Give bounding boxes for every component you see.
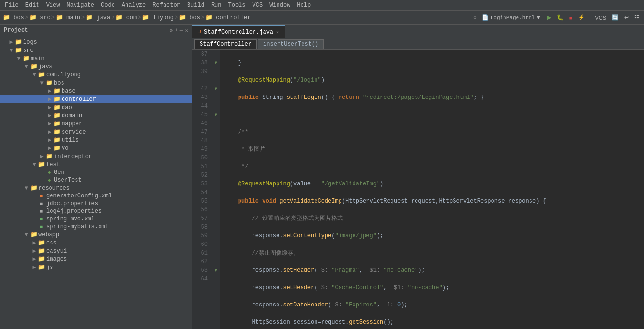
build-button[interactable]: ⚡	[576, 13, 587, 22]
undo-button[interactable]: ↩	[622, 13, 631, 22]
gutter-64	[212, 275, 220, 283]
menu-refactor[interactable]: Refactor	[150, 1, 183, 10]
menu-vcs[interactable]: VCS	[250, 1, 266, 10]
arrow-utils: ▶	[46, 136, 53, 144]
menubar: File Edit View Navigate Code Analyze Ref…	[0, 0, 644, 11]
menu-run[interactable]: Run	[208, 1, 225, 10]
stop-button[interactable]: ■	[568, 14, 575, 22]
menu-code[interactable]: Code	[98, 1, 118, 10]
gutter-44	[212, 102, 220, 110]
tab-staffcontroller[interactable]: J StaffController.java ✕	[192, 25, 285, 38]
tree-item-dao[interactable]: ▶ 📁 dao	[0, 103, 192, 111]
tree-item-controller[interactable]: ▶ 📁 controller	[0, 95, 192, 103]
method-tab-staffcontroller[interactable]: StaffController	[194, 39, 257, 49]
tree-item-src[interactable]: ▼ 📁 src	[0, 46, 192, 54]
vcs-btn1[interactable]: VCS	[593, 14, 608, 22]
sidebar-icon-settings[interactable]: ⚙	[170, 27, 173, 34]
sidebar-title: Project	[4, 27, 28, 34]
tree-label-controller: controller	[61, 96, 96, 103]
tree-item-resources[interactable]: ▼ 📁 resources	[0, 184, 192, 192]
gutter-61	[212, 249, 220, 257]
tree-item-logs[interactable]: ▶ 📁 logs	[0, 38, 192, 46]
arrow-domain: ▶	[46, 112, 53, 119]
sidebar-icon-expand[interactable]: +	[175, 27, 178, 33]
arrow-base: ▶	[46, 87, 53, 95]
gutter-60	[212, 240, 220, 249]
tree-item-main[interactable]: ▼ 📁 main	[0, 54, 192, 62]
sidebar-icon-close[interactable]: ✕	[185, 27, 188, 34]
folder-icon-service: 📁	[53, 128, 61, 135]
tree-item-vo[interactable]: ▶ 📁 vo	[0, 144, 192, 152]
tree-item-java[interactable]: ▼ 📁 java	[0, 62, 192, 71]
tree-item-mapper[interactable]: ▶ 📁 mapper	[0, 120, 192, 128]
toolbar-right: ⚙ 📄 LoginPage.html ▼ ▶ 🐛 ■ ⚡ VCS 🔄 ↩ ☷	[474, 13, 641, 22]
file-selector[interactable]: 📄 LoginPage.html ▼	[479, 13, 543, 22]
breadcrumb-src[interactable]: 📁 src	[29, 14, 51, 21]
tree-item-base[interactable]: ▶ 📁 base	[0, 87, 192, 95]
breadcrumb-com[interactable]: 📁 com	[115, 14, 137, 21]
tree-item-usertest[interactable]: ◆ UserTest	[0, 176, 192, 184]
arrow-resources: ▼	[23, 185, 30, 192]
tree-item-utils[interactable]: ▶ 📁 utils	[0, 136, 192, 144]
line-39: public String staffLogin() { return "red…	[224, 93, 640, 102]
code-editor[interactable]: 37 38 39 42 43 44 45 46 47 48 49 50 51 5…	[192, 50, 644, 329]
tree-item-gen[interactable]: ◆ Gen	[0, 169, 192, 176]
tree-item-test[interactable]: ▼ 📁 test	[0, 160, 192, 169]
gutter-45[interactable]: ▼	[212, 110, 220, 119]
tree-item-service[interactable]: ▶ 📁 service	[0, 128, 192, 136]
breadcrumb-main[interactable]: 📁 main	[56, 14, 80, 21]
gutter-58	[212, 223, 220, 232]
gutter-52	[212, 171, 220, 180]
code-content[interactable]: } @RequestMapping("/login") public Strin…	[220, 50, 644, 329]
tree-item-easyui[interactable]: ▶ 📁 easyui	[0, 247, 192, 255]
menu-build[interactable]: Build	[184, 1, 207, 10]
menu-file[interactable]: File	[2, 1, 22, 10]
arrow-springmvc	[31, 216, 38, 222]
gutter-38[interactable]: ▼	[212, 59, 220, 67]
menu-view[interactable]: View	[43, 1, 63, 10]
main-layout: Project ⚙ + — ✕ ▶ 📁 logs ▼ 📁 src	[0, 25, 644, 329]
tree-item-jdbc[interactable]: ■ jdbc.properties	[0, 200, 192, 207]
arrow-logs: ▶	[8, 38, 14, 46]
layout-button[interactable]: ☷	[632, 13, 641, 22]
tree-label-jdbc: jdbc.properties	[45, 200, 98, 207]
line-38: @RequestMapping("/login")	[224, 76, 640, 85]
menu-edit[interactable]: Edit	[23, 1, 42, 10]
debug-button[interactable]: 🐛	[555, 13, 566, 22]
gutter-42[interactable]: ▼	[212, 85, 220, 93]
arrow-src: ▼	[8, 47, 14, 54]
tree-item-generatorconfig[interactable]: ■ generatorConfig.xml	[0, 192, 192, 200]
menu-analyze[interactable]: Analyze	[119, 1, 149, 10]
menu-window[interactable]: Window	[266, 1, 293, 10]
method-tab-insertusertest[interactable]: insertUserTest()	[258, 39, 324, 49]
run-button[interactable]: ▶	[545, 13, 553, 22]
tree-label-interceptor: interceptor	[53, 153, 92, 160]
tree-item-bos[interactable]: ▼ 📁 bos	[0, 79, 192, 87]
tree-item-log4j[interactable]: ■ log4j.properties	[0, 207, 192, 215]
breadcrumb-liyong[interactable]: 📁 liyong	[142, 14, 173, 21]
tree-item-js[interactable]: ▶ 📁 js	[0, 263, 192, 271]
breadcrumb-bos1[interactable]: 📁 bos	[3, 14, 24, 21]
folder-icon-java: 📁	[30, 63, 38, 70]
sidebar-icon-collapse[interactable]: —	[180, 27, 183, 33]
menu-navigate[interactable]: Navigate	[63, 1, 97, 10]
breadcrumb-java[interactable]: 📁 java	[86, 14, 110, 21]
sep1: >	[25, 14, 28, 21]
tree-item-domain[interactable]: ▶ 📁 domain	[0, 111, 192, 120]
vcs-btn2[interactable]: 🔄	[610, 13, 620, 22]
tree-item-interceptor[interactable]: ▶ 📁 interceptor	[0, 152, 192, 160]
tree-item-images[interactable]: ▶ 📁 images	[0, 255, 192, 263]
gutter-63[interactable]: ▼	[212, 266, 220, 275]
tree-item-springmybatis[interactable]: ■ spring-mybatis.xml	[0, 223, 192, 231]
tree-item-css[interactable]: ▶ 📁 css	[0, 239, 192, 247]
arrow-vo: ▶	[46, 145, 53, 152]
menu-help[interactable]: Help	[294, 1, 314, 10]
breadcrumb-bos2[interactable]: 📁 bos	[179, 14, 200, 21]
tree-item-webapp[interactable]: ▼ 📁 webapp	[0, 231, 192, 239]
breadcrumb-controller[interactable]: 📁 controller	[205, 14, 251, 21]
tree-item-com-liyong[interactable]: ▼ 📁 com.liyong	[0, 71, 192, 79]
tree-item-springmvc[interactable]: ■ spring-mvc.xml	[0, 215, 192, 223]
tab-close-staffcontroller[interactable]: ✕	[276, 29, 279, 35]
menu-tools[interactable]: Tools	[226, 1, 249, 10]
folder-icon-vo: 📁	[53, 145, 61, 152]
